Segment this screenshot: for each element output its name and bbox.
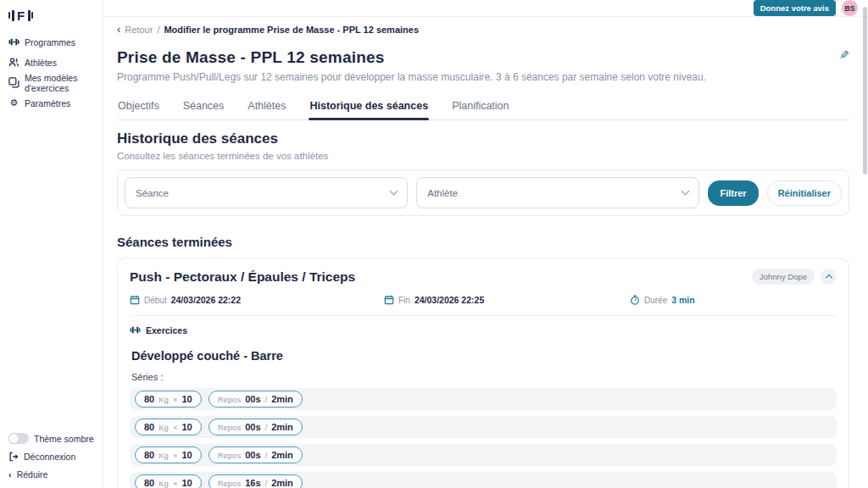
rest-pill: Repos 00s / 2min bbox=[209, 446, 303, 463]
main-area: Donnez votre avis BS ‹ Retour / Modifier… bbox=[103, 0, 868, 488]
dumbbell-icon bbox=[8, 36, 19, 47]
tab-historique-des-seances[interactable]: Historique des séances bbox=[309, 100, 429, 119]
end-value: 24/03/2026 22:25 bbox=[415, 295, 484, 305]
history-subtitle: Consultez les séances terminées de vos a… bbox=[117, 151, 849, 161]
logout-icon bbox=[8, 452, 19, 462]
set-reps: 10 bbox=[181, 422, 192, 432]
rest-value: 00s bbox=[245, 450, 260, 460]
times-symbol: × bbox=[173, 423, 178, 432]
breadcrumb-back-link[interactable]: Retour bbox=[125, 25, 153, 35]
collapse-label: Réduire bbox=[17, 469, 48, 480]
user-avatar[interactable]: BS bbox=[842, 0, 858, 16]
collapse-session-button[interactable] bbox=[821, 269, 837, 285]
sidebar-item-parametres[interactable]: ⚙ Paramètres bbox=[8, 95, 103, 111]
users-icon bbox=[8, 57, 19, 68]
scrollbar-thumb[interactable] bbox=[863, 7, 867, 175]
weight-unit: Kg bbox=[159, 479, 169, 488]
weight-reps-pill: 80 Kg × 10 bbox=[135, 474, 202, 488]
exercise-name: Développé couché - Barre bbox=[131, 349, 837, 363]
athlete-select[interactable]: Athlète bbox=[416, 177, 699, 208]
athlete-select-placeholder: Athlète bbox=[427, 188, 458, 198]
weight-reps-pill: 80 Kg × 10 bbox=[135, 419, 202, 435]
sidebar-item-label: Athlètes bbox=[25, 58, 57, 68]
rest-target: 2min bbox=[271, 478, 293, 488]
theme-toggle-row[interactable]: Thème sombre bbox=[8, 433, 103, 444]
calendar-icon bbox=[130, 295, 140, 305]
completed-sessions-title: Séances terminées bbox=[117, 235, 849, 249]
stopwatch-icon bbox=[630, 295, 640, 305]
set-reps: 10 bbox=[181, 478, 192, 488]
reset-button[interactable]: Réinitialiser bbox=[767, 180, 842, 206]
dumbbell-icon bbox=[130, 324, 141, 336]
chevron-down-icon bbox=[682, 187, 690, 196]
rest-value: 00s bbox=[245, 394, 260, 404]
tab-seances[interactable]: Séances bbox=[182, 100, 225, 119]
tab-athletes[interactable]: Athlètes bbox=[247, 100, 287, 119]
end-label: Fin bbox=[398, 296, 410, 305]
filter-button[interactable]: Filtrer bbox=[708, 180, 758, 206]
logo-letter: F bbox=[17, 8, 25, 23]
breadcrumb-separator: / bbox=[157, 25, 159, 35]
rest-pill: Repos 16s / 2min bbox=[209, 474, 303, 488]
rest-target: 2min bbox=[271, 422, 293, 432]
sidebar-item-athletes[interactable]: Athlètes bbox=[8, 54, 103, 70]
edit-program-icon[interactable]: ✎ bbox=[839, 48, 849, 62]
tab-planification[interactable]: Planification bbox=[451, 100, 509, 119]
breadcrumb-current: Modifier le programme Prise de Masse - P… bbox=[164, 25, 419, 35]
rest-label: Repos bbox=[218, 479, 241, 488]
series-label: Séries : bbox=[131, 372, 837, 382]
rest-pill: Repos 00s / 2min bbox=[209, 419, 303, 435]
rest-value: 16s bbox=[245, 478, 260, 488]
weight-unit: Kg bbox=[159, 451, 169, 460]
collapse-sidebar-button[interactable]: ‹ Réduire bbox=[8, 469, 103, 480]
times-symbol: × bbox=[173, 395, 178, 404]
weight-unit: Kg bbox=[159, 395, 169, 404]
slash-separator: / bbox=[265, 423, 268, 432]
sidebar-item-label: Mes modèles d'exercices bbox=[25, 73, 103, 93]
chevron-left-icon: ‹ bbox=[8, 470, 12, 480]
templates-icon bbox=[8, 77, 19, 88]
set-weight: 80 bbox=[144, 422, 154, 432]
set-weight: 80 bbox=[144, 394, 154, 404]
set-row: 80 Kg × 10 Repos 00s / 2min bbox=[130, 444, 837, 466]
feedback-button[interactable]: Donnez votre avis bbox=[754, 0, 836, 16]
rest-pill: Repos 00s / 2min bbox=[209, 391, 303, 408]
seance-select-placeholder: Séance bbox=[136, 188, 169, 198]
rest-target: 2min bbox=[271, 450, 293, 460]
start-label: Début bbox=[144, 296, 167, 305]
tab-objectifs[interactable]: Objectifs bbox=[117, 100, 160, 119]
history-title: Historique des séances bbox=[117, 130, 849, 147]
set-row: 80 Kg × 10 Repos 00s / 2min bbox=[130, 388, 837, 410]
logout-button[interactable]: Déconnexion bbox=[8, 452, 103, 462]
tab-bar: Objectifs Séances Athlètes Historique de… bbox=[117, 100, 849, 120]
sidebar-item-programmes[interactable]: Programmes bbox=[8, 34, 103, 50]
filter-card: Séance Athlète Filtrer Réinitialiser bbox=[117, 169, 849, 216]
rest-label: Repos bbox=[218, 423, 241, 432]
set-weight: 80 bbox=[144, 450, 154, 460]
theme-toggle-label: Thème sombre bbox=[34, 434, 94, 444]
seance-select[interactable]: Séance bbox=[125, 177, 408, 208]
sidebar-item-label: Paramètres bbox=[25, 98, 70, 108]
theme-toggle-switch[interactable] bbox=[8, 433, 29, 444]
slash-separator: / bbox=[265, 479, 268, 488]
set-reps: 10 bbox=[181, 394, 192, 404]
session-card: Push - Pectoraux / Épaules / Triceps Joh… bbox=[117, 258, 849, 488]
rest-label: Repos bbox=[218, 395, 241, 404]
back-chevron-icon[interactable]: ‹ bbox=[117, 24, 120, 35]
exercises-label: Exercices bbox=[146, 325, 187, 336]
chevron-down-icon bbox=[390, 187, 398, 196]
app-window: F Programmes bbox=[0, 0, 868, 488]
page-description: Programme Push/Pull/Legs sur 12 semaines… bbox=[117, 71, 706, 83]
set-reps: 10 bbox=[181, 450, 192, 460]
session-title: Push - Pectoraux / Épaules / Triceps bbox=[130, 269, 355, 285]
sidebar-item-modeles[interactable]: Mes modèles d'exercices bbox=[8, 75, 103, 91]
athlete-badge: Johnny Dope bbox=[752, 269, 815, 285]
set-row: 80 Kg × 10 Repos 16s / 2min bbox=[130, 472, 837, 488]
calendar-icon bbox=[384, 295, 394, 305]
start-value: 24/03/2026 22:22 bbox=[171, 295, 241, 305]
page-title: Prise de Masse - PPL 12 semaines bbox=[117, 48, 706, 67]
weight-reps-pill: 80 Kg × 10 bbox=[135, 446, 202, 463]
duration-label: Durée bbox=[644, 296, 667, 305]
slash-separator: / bbox=[265, 451, 268, 460]
rest-value: 00s bbox=[245, 422, 260, 432]
